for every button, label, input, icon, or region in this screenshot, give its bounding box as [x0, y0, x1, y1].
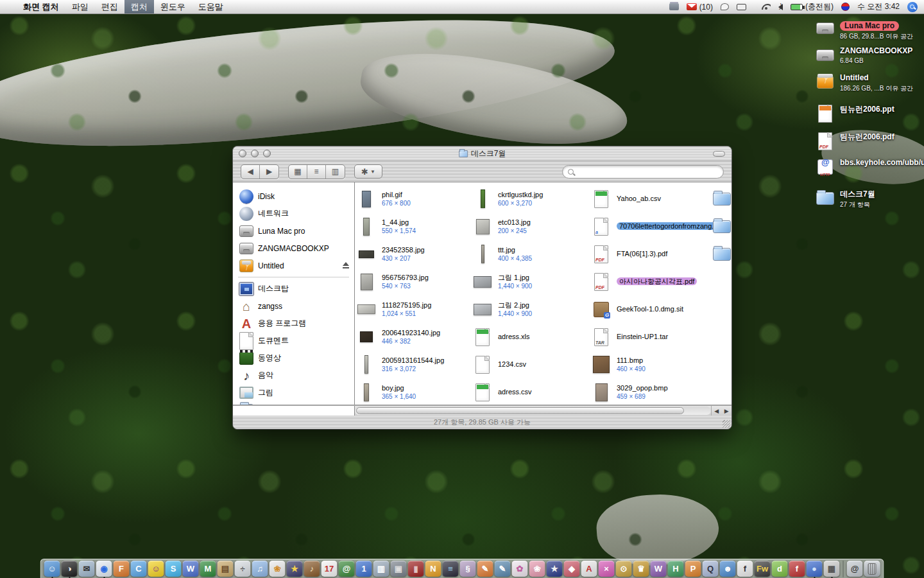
mail-icon[interactable]: (10) — [687, 3, 713, 12]
file-item[interactable]: adress.xls — [472, 323, 592, 351]
file-item[interactable]: 1234.csv — [472, 351, 592, 378]
dock-acrobat-icon[interactable]: A — [581, 561, 597, 577]
menu-캡처[interactable]: 캡처 — [124, 0, 154, 13]
eject-icon[interactable] — [341, 262, 350, 270]
dock-fireworks-icon[interactable]: Fw — [755, 561, 771, 577]
file-item[interactable]: a70706lettertogordonfromzang.doc — [591, 213, 710, 240]
wifi-icon[interactable] — [762, 4, 771, 10]
desktop-item-Untitled[interactable]: Untitled186.26 GB, ...B 여유 공간 — [815, 72, 913, 93]
sidebar-item-NEWRUN2006년5월6월7월[interactable]: NEWRUN2006년5월6월7월 — [233, 401, 354, 405]
screen-capture-icon[interactable] — [669, 3, 679, 10]
search-field[interactable] — [562, 165, 724, 179]
dock-star-app-icon[interactable]: ★ — [547, 561, 563, 577]
file-item[interactable]: 1_44.jpg550 × 1,574 — [356, 213, 475, 240]
dock-flash-icon[interactable]: f — [737, 561, 753, 577]
dock-word-purple-icon[interactable]: W — [651, 561, 667, 577]
dock-pagemaker-icon[interactable]: P — [685, 561, 701, 577]
dock-projector-icon[interactable]: ▣ — [391, 561, 407, 577]
titlebar[interactable]: 데스크7월 — [233, 146, 732, 161]
file-item[interactable]: TAREinstein-UP1.tar — [591, 323, 710, 351]
spotlight-icon[interactable] — [907, 2, 918, 12]
dock-finder-icon[interactable]: ☺ — [44, 561, 60, 577]
dock-folio-icon[interactable]: ▮ — [408, 561, 424, 577]
file-item[interactable]: adress.csv — [472, 378, 592, 405]
dock-butterfly-icon[interactable]: ✿ — [512, 561, 528, 577]
file-item[interactable]: Yahoo_ab.csv — [591, 185, 710, 213]
file-item-folder[interactable] — [712, 240, 732, 268]
dock-notebook-icon[interactable]: ▤ — [218, 561, 234, 577]
dock-lion-icon[interactable]: ♛ — [633, 561, 649, 577]
menu-파일[interactable]: 파일 — [65, 0, 95, 13]
dock-firefox-icon[interactable]: F — [114, 561, 130, 577]
dock-mac-hard-icon[interactable]: M — [200, 561, 216, 577]
dock-dashboard-icon[interactable]: ◑ — [62, 561, 78, 577]
dock-itunes-icon[interactable]: ♫ — [252, 561, 268, 577]
dock-crystal-icon[interactable]: ◆ — [564, 561, 580, 577]
file-item[interactable]: 956756793.jpg540 × 763 — [356, 268, 475, 295]
desktop-item-ZANGMACBOOKXP[interactable]: ZANGMACBOOKXP6.84 GB — [815, 45, 912, 66]
sidebar-item-응용 프로그램[interactable]: A응용 프로그램 — [233, 315, 354, 332]
minimize-button[interactable] — [251, 150, 259, 157]
dock-freehand-icon[interactable]: ✎ — [495, 561, 511, 577]
dock-mixer-icon[interactable]: ≡ — [443, 561, 459, 577]
dock-safari-icon[interactable]: ◉ — [96, 561, 112, 577]
menu-편집[interactable]: 편집 — [95, 0, 124, 13]
dock-keynote-icon[interactable]: ▥ — [373, 561, 389, 577]
desktop-item-팀뉴런2006.pdf[interactable]: PDF팀뉴런2006.pdf — [815, 131, 894, 152]
dock-swirl-icon[interactable]: § — [460, 561, 476, 577]
file-item[interactable]: 2005913161544.jpg316 × 3,072 — [356, 351, 475, 378]
dock-ical-icon[interactable]: 17 — [321, 561, 338, 577]
sidebar-item-Luna Mac pro[interactable]: Luna Mac pro — [233, 222, 354, 240]
dock-google-earth-icon[interactable]: ● — [807, 561, 823, 577]
dock-painter-icon[interactable]: ✎ — [477, 561, 493, 577]
sidebar-item-도큐멘트[interactable]: 도큐멘트 — [233, 332, 354, 349]
sidebar-item-iDisk[interactable]: iDisk — [233, 188, 354, 205]
dock-skype-icon[interactable]: S — [166, 561, 182, 577]
close-button[interactable] — [239, 150, 246, 157]
file-item[interactable]: ckrtlgustkd.jpg600 × 3,270 — [472, 185, 592, 213]
dock-yahoo-messenger-icon[interactable]: ☺ — [148, 561, 164, 577]
dock-flash-player-icon[interactable]: f — [789, 561, 805, 577]
back-button[interactable]: ◀ — [241, 165, 260, 179]
toolbar-toggle-button[interactable] — [713, 151, 725, 157]
sidebar-item-데스크탑[interactable]: 데스크탑 — [233, 280, 354, 297]
dock-trash-icon[interactable] — [864, 561, 880, 577]
column-view-button[interactable]: ▥ — [326, 165, 345, 179]
file-item[interactable]: 그림 1.jpg1,440 × 900 — [472, 268, 592, 295]
file-item[interactable]: phil.gif676 × 800 — [356, 185, 475, 213]
sidebar-item-동영상[interactable]: 동영상 — [233, 349, 354, 367]
sidebar-item-Untitled[interactable]: Untitled — [233, 257, 354, 274]
menu-윈도우[interactable]: 윈도우 — [154, 0, 192, 13]
desktop-item-bbs.keyhole.com/ubb/ubbthreads.php/Cat/0[interactable]: bbs.keyhole.com/ubb/ubbthreads.php/Cat/0 — [815, 157, 924, 177]
zoom-button[interactable] — [263, 150, 271, 157]
file-item[interactable]: 3029_opop.bmp459 × 689 — [591, 378, 710, 405]
scroll-left-arrow[interactable]: ◀ — [714, 408, 719, 414]
forward-button[interactable]: ▶ — [260, 165, 278, 179]
icon-view-button[interactable]: ▦ — [289, 165, 307, 179]
sidebar-item-네트워크[interactable]: 네트워크 — [233, 205, 354, 222]
dock-stuffit-icon[interactable]: 1 — [356, 561, 372, 577]
menu-app[interactable]: 화면 캡처 — [17, 0, 65, 13]
dock-iphoto-icon[interactable]: ❀ — [270, 561, 286, 577]
dock-photo-album-icon[interactable]: ▦ — [824, 561, 840, 577]
dock-person-icon[interactable]: ☻ — [720, 561, 736, 577]
dock-dreamweaver-icon[interactable]: d — [772, 561, 788, 577]
input-korean-icon[interactable] — [841, 3, 850, 11]
desktop-item-팀뉴런2006.ppt[interactable]: 팀뉴런2006.ppt — [815, 103, 894, 124]
battery-icon[interactable]: (충전됨) — [791, 1, 834, 12]
dock-quark-icon[interactable]: Q — [703, 561, 719, 577]
resize-grip[interactable] — [723, 420, 730, 428]
dock-writer-icon[interactable]: W — [183, 561, 199, 577]
clock[interactable]: 수 오전 3:42 — [857, 1, 900, 12]
file-item[interactable]: ttt.jpg400 × 4,385 — [472, 240, 592, 268]
file-item[interactable]: PDF아시아나항공시각표.pdf — [591, 268, 710, 295]
desktop-item-Luna Mac pro[interactable]: Luna Mac pro86 GB, 29.8...B 여유 공간 — [815, 18, 913, 41]
dock-ichat-icon[interactable]: C — [131, 561, 147, 577]
sidebar-item-zangss[interactable]: ⌂zangss — [233, 297, 354, 315]
display-icon[interactable] — [737, 4, 746, 10]
menu-도움말[interactable]: 도움말 — [192, 0, 230, 13]
file-item-folder[interactable] — [712, 213, 732, 240]
scrollbar-thumb[interactable] — [356, 407, 684, 414]
file-item[interactable]: PDFFTA(06[1].3).pdf — [591, 240, 710, 268]
file-item[interactable]: 23452358.jpg430 × 207 — [356, 240, 475, 268]
